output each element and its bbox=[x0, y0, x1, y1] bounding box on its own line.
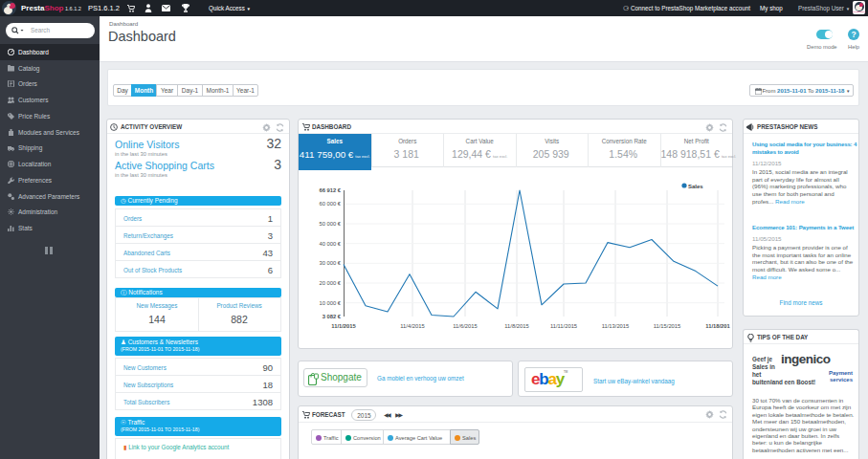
svg-text:11/1/2015: 11/1/2015 bbox=[331, 323, 356, 329]
svg-text:30 000 €: 30 000 € bbox=[319, 260, 341, 266]
svg-text:50 000 €: 50 000 € bbox=[319, 221, 341, 227]
svg-text:Sales: Sales bbox=[688, 184, 703, 189]
svg-text:11/8/2015: 11/8/2015 bbox=[504, 323, 528, 329]
svg-text:11/13/2015: 11/13/2015 bbox=[602, 323, 630, 329]
svg-text:10 000 €: 10 000 € bbox=[319, 300, 341, 306]
svg-text:11/11/2015: 11/11/2015 bbox=[550, 323, 577, 329]
svg-text:11/6/2015: 11/6/2015 bbox=[453, 323, 477, 329]
svg-text:11/4/2015: 11/4/2015 bbox=[400, 323, 424, 329]
svg-text:3 082 €: 3 082 € bbox=[323, 314, 342, 319]
svg-text:60 000 €: 60 000 € bbox=[319, 201, 341, 207]
svg-text:20 000 €: 20 000 € bbox=[319, 280, 341, 286]
svg-text:40 000 €: 40 000 € bbox=[319, 241, 341, 247]
svg-text:66 912 €: 66 912 € bbox=[319, 187, 341, 193]
svg-text:11/15/2015: 11/15/2015 bbox=[654, 323, 681, 329]
svg-text:11/18/201: 11/18/201 bbox=[705, 323, 730, 329]
